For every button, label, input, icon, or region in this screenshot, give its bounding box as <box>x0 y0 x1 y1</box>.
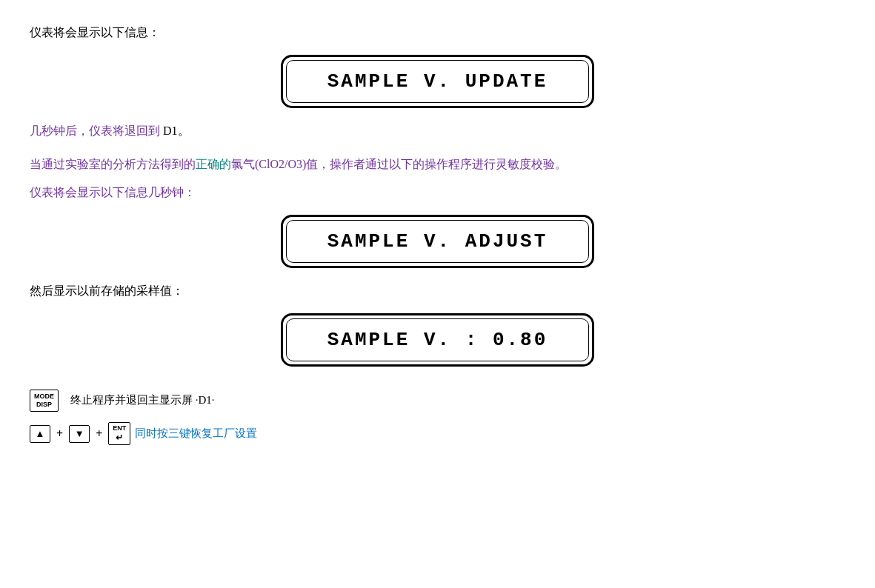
display2-container: SAMPLE V. ADJUST <box>30 216 845 267</box>
display3-box: SAMPLE V. : 0.80 <box>282 314 594 366</box>
bottom-label2-text: 同时按三键恢复工厂设置 <box>135 427 257 441</box>
bottom-label1-text: 终止程序并退回主显示屏 ·D1· <box>70 393 215 407</box>
after-display1-text: 几秒钟后，仪表将退回到 D1。 <box>30 121 845 141</box>
subtext1: 仪表将会显示以下信息几秒钟： <box>30 182 845 202</box>
bottom-row-2: ▲ + ▼ + ENT↵ 同时按三键恢复工厂设置 <box>30 422 257 445</box>
display3-container: SAMPLE V. : 0.80 <box>30 314 845 366</box>
display1-container: SAMPLE V. UPDATE <box>30 56 845 107</box>
up-arrow-key[interactable]: ▲ <box>30 425 50 443</box>
down-arrow-key[interactable]: ▼ <box>69 425 90 443</box>
then-text: 然后显示以前存储的采样值： <box>30 281 845 301</box>
intro-text: 仪表将会显示以下信息： <box>30 22 845 42</box>
display1-box: SAMPLE V. UPDATE <box>282 56 594 107</box>
paragraph1: 当通过实验室的分析方法得到的正确的氯气(ClO2/O3)值，操作者通过以下的操作… <box>30 154 845 174</box>
display2-box: SAMPLE V. ADJUST <box>282 216 594 267</box>
mode-disp-key[interactable]: MODEDISP <box>30 390 59 412</box>
ent-key[interactable]: ENT↵ <box>108 422 130 445</box>
bottom-row-1: MODEDISP 终止程序并退回主显示屏 ·D1· <box>30 390 215 412</box>
